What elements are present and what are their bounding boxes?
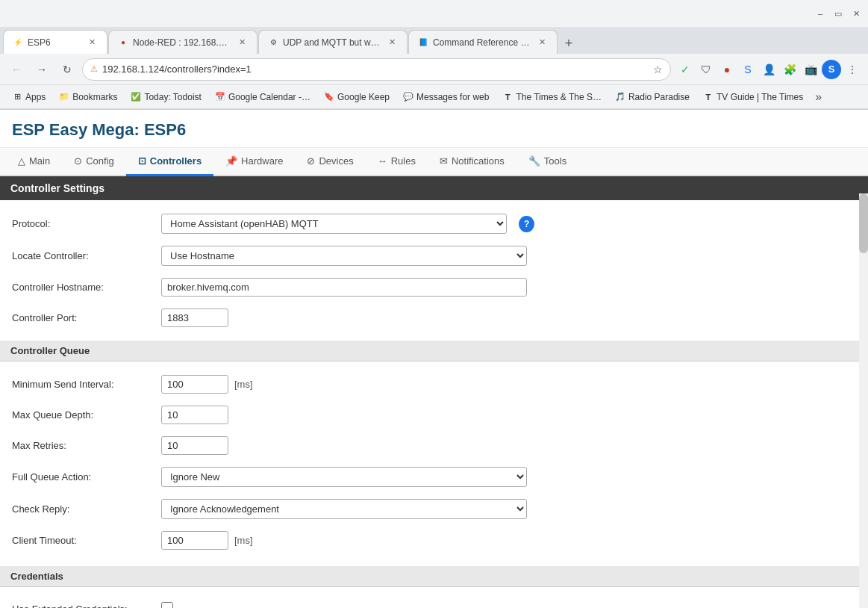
new-tab-button[interactable]: + bbox=[558, 33, 579, 54]
back-button[interactable]: ← bbox=[6, 59, 27, 80]
tab-esp6[interactable]: ⚡ ESP6 ✕ bbox=[3, 30, 107, 54]
reload-button[interactable]: ↻ bbox=[57, 59, 78, 80]
locate-select[interactable]: Use Hostname Use IP Address bbox=[161, 246, 527, 266]
todoist-favicon: ✅ bbox=[131, 92, 141, 102]
hostname-label: Controller Hostname: bbox=[12, 282, 161, 293]
protocol-row: Protocol: Home Assistant (openHAB) MQTT … bbox=[12, 208, 856, 240]
title-bar: – ▭ ✕ bbox=[0, 0, 868, 27]
tab-cmd-ref[interactable]: 📘 Command Reference — ESP Ea… ✕ bbox=[408, 30, 558, 54]
protocol-select[interactable]: Home Assistant (openHAB) MQTT Domoticz H… bbox=[161, 214, 507, 234]
locate-control: Use Hostname Use IP Address bbox=[161, 246, 534, 266]
tab-rules[interactable]: ↔ Rules bbox=[366, 148, 428, 176]
page-title: ESP Easy Mega: ESP6 bbox=[0, 110, 868, 148]
client-timeout-input[interactable] bbox=[161, 531, 228, 550]
profile-icon[interactable]: S bbox=[822, 60, 841, 79]
full-queue-row: Full Queue Action: Ignore New Ignore Old… bbox=[12, 461, 856, 493]
tab-main[interactable]: △ Main bbox=[6, 148, 62, 176]
messages-favicon: 💬 bbox=[403, 92, 413, 102]
controllers-tab-icon: ⊡ bbox=[138, 155, 146, 167]
bookmark-times[interactable]: T The Times & The S… bbox=[496, 90, 608, 104]
bookmarks-favicon: 📁 bbox=[59, 92, 69, 102]
close-button[interactable]: ✕ bbox=[850, 7, 862, 19]
check-reply-select[interactable]: Ignore Acknowledgement Check Acknowledge… bbox=[161, 499, 527, 519]
protocol-help-icon[interactable]: ? bbox=[519, 216, 534, 232]
bookmark-gkeep-label: Google Keep bbox=[337, 92, 390, 102]
address-input-wrap[interactable]: ⚠ 192.168.1.124/controllers?index=1 ☆ bbox=[82, 58, 671, 81]
tab-close-cmd-ref[interactable]: ✕ bbox=[536, 37, 548, 49]
tab-close-node-red[interactable]: ✕ bbox=[236, 37, 248, 49]
tab-devices[interactable]: ⊘ Devices bbox=[295, 148, 365, 176]
scrollbar-track bbox=[859, 193, 868, 608]
cast-icon[interactable]: 📺 bbox=[801, 60, 820, 79]
bookmark-gcal[interactable]: 📅 Google Calendar -… bbox=[209, 90, 316, 104]
rules-tab-label: Rules bbox=[391, 155, 416, 167]
protocol-label: Protocol: bbox=[12, 218, 161, 229]
adblock-icon[interactable]: ● bbox=[717, 60, 737, 79]
extension-icon-1[interactable]: 👤 bbox=[759, 60, 778, 79]
radio-favicon: 🎵 bbox=[615, 92, 625, 102]
bookmark-bookmarks[interactable]: 📁 Bookmarks bbox=[53, 90, 123, 104]
tab-tools[interactable]: 🔧 Tools bbox=[516, 148, 578, 176]
bookmark-apps[interactable]: ⊞ Apps bbox=[6, 90, 51, 104]
tab-title-cmd-ref: Command Reference — ESP Ea… bbox=[433, 37, 531, 48]
star-icon[interactable]: ☆ bbox=[653, 63, 663, 75]
max-retries-input[interactable] bbox=[161, 436, 228, 455]
gkeep-favicon: 🔖 bbox=[324, 92, 334, 102]
tab-node-red[interactable]: ● Node-RED : 192.168.1.109 ✕ bbox=[108, 30, 257, 54]
min-send-label: Minimum Send Interval: bbox=[12, 379, 161, 390]
tab-udp[interactable]: ⚙ UDP and MQTT but with differe ✕ bbox=[258, 30, 408, 54]
skype-icon[interactable]: S bbox=[738, 60, 758, 79]
bookmark-messages[interactable]: 💬 Messages for web bbox=[397, 90, 495, 104]
max-retries-label: Max Retries: bbox=[12, 440, 161, 451]
check-reply-control: Ignore Acknowledgement Check Acknowledge… bbox=[161, 499, 534, 519]
bookmark-gkeep[interactable]: 🔖 Google Keep bbox=[318, 90, 396, 104]
address-bar: ← → ↻ ⚠ 192.168.1.124/controllers?index=… bbox=[0, 54, 868, 85]
maximize-button[interactable]: ▭ bbox=[832, 7, 844, 19]
check-extension-icon[interactable]: ✓ bbox=[675, 60, 695, 79]
puzzle-icon[interactable]: 🧩 bbox=[780, 60, 799, 79]
port-control bbox=[161, 308, 534, 327]
full-queue-select[interactable]: Ignore New Ignore Old Block bbox=[161, 467, 527, 487]
forward-button[interactable]: → bbox=[31, 59, 52, 80]
tab-close-udp[interactable]: ✕ bbox=[386, 37, 398, 49]
bookmark-todoist[interactable]: ✅ Today: Todoist bbox=[125, 90, 207, 104]
tab-title-udp: UDP and MQTT but with differe bbox=[283, 37, 381, 48]
client-timeout-control: [ms] bbox=[161, 531, 534, 550]
menu-icon[interactable]: ⋮ bbox=[843, 60, 862, 79]
extended-credentials-label: Use Extended Credentials: bbox=[12, 604, 161, 609]
scrollbar-thumb[interactable] bbox=[859, 193, 868, 253]
bookmarks-more-button[interactable]: » bbox=[811, 89, 826, 105]
extended-credentials-row: Use Extended Credentials: bbox=[12, 595, 856, 608]
max-depth-input[interactable] bbox=[161, 406, 228, 424]
controllers-tab-label: Controllers bbox=[150, 155, 202, 167]
lock-icon: ⚠ bbox=[90, 64, 98, 74]
nav-tabs: △ Main ⊙ Config ⊡ Controllers 📌 Hardware… bbox=[0, 148, 868, 176]
hostname-input[interactable] bbox=[161, 278, 527, 297]
port-input[interactable] bbox=[161, 308, 228, 327]
shield-icon[interactable]: 🛡 bbox=[696, 60, 716, 79]
tab-hardware[interactable]: 📌 Hardware bbox=[213, 148, 295, 176]
credentials-form: Use Extended Credentials: bbox=[0, 587, 868, 608]
tab-favicon-node-red: ● bbox=[118, 37, 128, 48]
config-tab-icon: ⊙ bbox=[74, 155, 82, 167]
tab-controllers[interactable]: ⊡ Controllers bbox=[126, 148, 213, 176]
extended-credentials-checkbox[interactable] bbox=[161, 602, 173, 609]
bookmark-tvguide[interactable]: T TV Guide | The Times bbox=[697, 90, 809, 104]
tab-close-esp6[interactable]: ✕ bbox=[86, 37, 98, 49]
minimize-button[interactable]: – bbox=[814, 7, 826, 19]
tab-favicon-udp: ⚙ bbox=[268, 37, 278, 48]
bookmark-radio-paradise[interactable]: 🎵 Radio Paradise bbox=[609, 90, 696, 104]
tab-config[interactable]: ⊙ Config bbox=[62, 148, 126, 176]
full-queue-label: Full Queue Action: bbox=[12, 471, 161, 483]
tab-title-node-red: Node-RED : 192.168.1.109 bbox=[133, 37, 231, 48]
controller-settings-form: Protocol: Home Assistant (openHAB) MQTT … bbox=[0, 200, 868, 341]
max-retries-row: Max Retries: bbox=[12, 430, 856, 461]
client-timeout-label: Client Timeout: bbox=[12, 535, 161, 546]
main-tab-label: Main bbox=[29, 155, 50, 167]
bookmark-todoist-label: Today: Todoist bbox=[144, 92, 202, 102]
bookmark-apps-label: Apps bbox=[25, 92, 46, 102]
tab-notifications[interactable]: ✉ Notifications bbox=[428, 148, 516, 176]
client-timeout-unit: [ms] bbox=[234, 535, 253, 546]
address-text[interactable]: 192.168.1.124/controllers?index=1 bbox=[102, 63, 649, 75]
min-send-input[interactable] bbox=[161, 375, 228, 394]
